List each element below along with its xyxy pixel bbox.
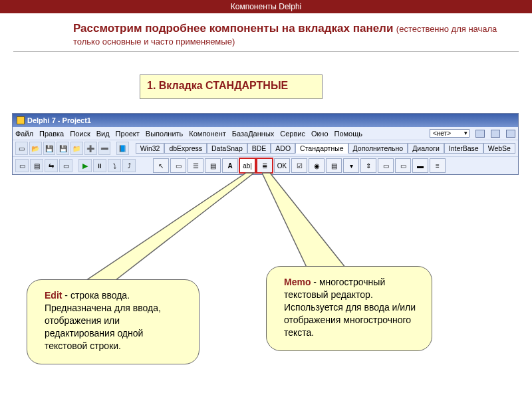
- component-tabs: Win32dbExpressDataSnapBDEADOСтандартныеД…: [136, 143, 515, 154]
- palette-combobox-icon[interactable]: ▾: [343, 158, 359, 173]
- component-tab[interactable]: BDE: [247, 143, 271, 154]
- tool-add-icon[interactable]: ➕: [84, 142, 97, 155]
- svg-marker-0: [80, 173, 254, 285]
- window-button-icon[interactable]: [475, 130, 485, 138]
- run-button-icon[interactable]: ▶: [78, 159, 92, 172]
- component-tab[interactable]: Дополнительно: [348, 143, 408, 154]
- window-button-icon[interactable]: [506, 130, 515, 138]
- menu-item[interactable]: Помощь: [334, 130, 363, 138]
- tool-remove-icon[interactable]: ➖: [98, 142, 111, 155]
- menu-item[interactable]: Проект: [116, 130, 140, 138]
- callout-pointer-memo-icon: [262, 172, 382, 278]
- callout-edit-text: - строка ввода. Предназначена для ввода,…: [45, 290, 161, 351]
- palette-mainmenu-icon[interactable]: ☰: [188, 158, 203, 173]
- window-titlebar: Delphi 7 - Project1: [13, 114, 518, 127]
- callout-pointer-edit-icon: [80, 172, 266, 291]
- palette-frames-icon[interactable]: ▭: [170, 158, 186, 173]
- step-button-icon[interactable]: ⤵: [108, 159, 121, 172]
- config-combo[interactable]: <нет>: [430, 129, 469, 138]
- palette-radio-icon[interactable]: ◉: [309, 158, 325, 173]
- menu-item[interactable]: БазаДанных: [232, 130, 275, 138]
- component-tab[interactable]: Win32: [136, 143, 165, 154]
- palette-listbox-icon[interactable]: ▤: [326, 158, 342, 173]
- menu-item[interactable]: Выполнить: [146, 130, 183, 138]
- tool-openproj-icon[interactable]: 📁: [70, 142, 83, 155]
- tool-open-icon[interactable]: 📂: [29, 142, 42, 155]
- divider: [13, 51, 519, 52]
- menu-item[interactable]: Поиск: [70, 130, 90, 138]
- component-tab[interactable]: dbExpress: [164, 143, 207, 154]
- app-logo-icon: [17, 116, 25, 124]
- tool-saveall-icon[interactable]: 💾: [57, 142, 69, 155]
- section-tag: 1. Вкладка СТАНДАРТНЫЕ: [140, 74, 323, 99]
- component-tab[interactable]: WebSe: [483, 143, 515, 154]
- component-tab[interactable]: Диалоги: [408, 143, 444, 154]
- menu-item[interactable]: Окно: [311, 130, 329, 138]
- tool-form-icon[interactable]: ▭: [15, 159, 29, 172]
- callout-memo: Memo - многострочный текстовый редактор.…: [266, 266, 432, 351]
- callout-memo-name: Memo: [284, 277, 311, 287]
- tool-help-icon[interactable]: 📘: [116, 142, 129, 155]
- window-title: Delphi 7 - Project1: [27, 116, 91, 124]
- palette-edit-icon[interactable]: ab|: [239, 158, 255, 173]
- step-button-icon[interactable]: ⤴: [122, 159, 136, 172]
- window-button-icon[interactable]: [491, 130, 500, 138]
- tool-unit-icon[interactable]: ▤: [30, 159, 43, 172]
- palette-button-icon[interactable]: OK: [274, 158, 290, 173]
- palette-groupbox-icon[interactable]: ▭: [378, 158, 394, 173]
- callout-edit: Edit - строка ввода. Предназначена для в…: [27, 279, 200, 364]
- component-tab[interactable]: InterBase: [444, 143, 483, 154]
- palette-radiogroup-icon[interactable]: ▭: [395, 158, 411, 173]
- callout-edit-name: Edit: [45, 290, 62, 301]
- palette-checkbox-icon[interactable]: ☑: [291, 158, 307, 173]
- menu-item[interactable]: Компонент: [189, 130, 225, 138]
- menu-item[interactable]: Правка: [39, 130, 64, 138]
- menu-item[interactable]: Файл: [15, 130, 33, 138]
- slide-header: Компоненты Delphi: [0, 0, 532, 13]
- menu-bar[interactable]: Файл Правка Поиск Вид Проект Выполнить К…: [13, 127, 518, 140]
- delphi-ide-screenshot: Delphi 7 - Project1 Файл Правка Поиск Ви…: [12, 113, 519, 175]
- menu-item[interactable]: Вид: [96, 130, 110, 138]
- palette-label-icon[interactable]: A: [222, 158, 238, 173]
- palette-pointer-icon[interactable]: ↖: [153, 158, 169, 173]
- palette-memo-icon[interactable]: ≣: [257, 158, 273, 173]
- tool-new-icon[interactable]: ▭: [15, 142, 28, 155]
- component-tab[interactable]: ADO: [271, 143, 295, 154]
- palette-panel-icon[interactable]: ▬: [412, 158, 428, 173]
- svg-marker-1: [262, 173, 348, 271]
- toolbar-row-1: ▭ 📂 💾 💾 📁 ➕ ➖ 📘 Win32dbExpressDataSnapBD…: [13, 140, 518, 156]
- palette-popupmenu-icon[interactable]: ▤: [205, 158, 221, 173]
- tool-save-icon[interactable]: 💾: [43, 142, 56, 155]
- component-tab[interactable]: Стандартные: [295, 143, 348, 154]
- component-tab[interactable]: DataSnap: [207, 143, 247, 154]
- tool-newform-icon[interactable]: ▭: [59, 159, 72, 172]
- tool-toggle-icon[interactable]: ⇆: [45, 159, 58, 172]
- palette-scrollbar-icon[interactable]: ⇕: [360, 158, 376, 173]
- title-main: Рассмотрим подробнее компоненты на вклад…: [73, 22, 393, 35]
- menu-item[interactable]: Сервис: [280, 130, 305, 138]
- toolbar-row-2: ▭ ▤ ⇆ ▭ ▶ ⏸ ⤵ ⤴ ↖ ▭ ☰ ▤ A ab| ≣ OK ☑ ◉ ▤…: [13, 156, 518, 174]
- slide-title: Рассмотрим подробнее компоненты на вклад…: [0, 13, 532, 50]
- pause-button-icon[interactable]: ⏸: [93, 159, 106, 172]
- palette-actionlist-icon[interactable]: ≡: [430, 158, 446, 173]
